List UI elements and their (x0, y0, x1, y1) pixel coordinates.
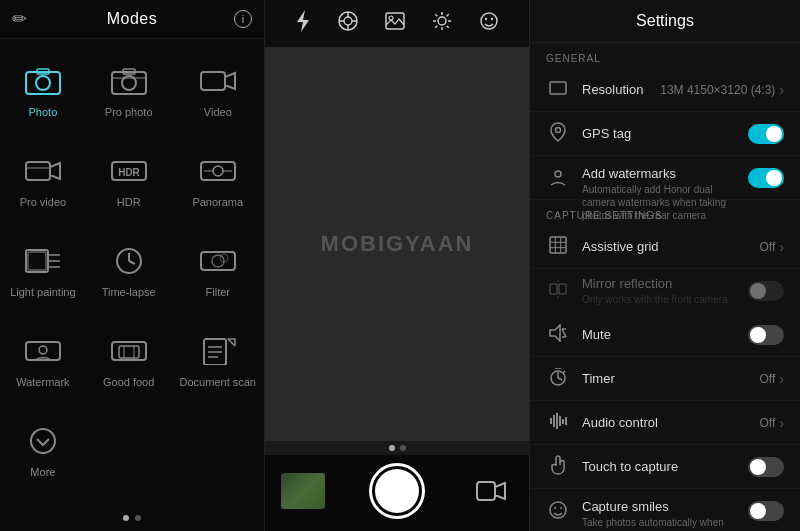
mirror-subtitle: Only works with the front camera (582, 293, 748, 306)
svg-point-64 (556, 127, 561, 132)
mirror-title: Mirror reflection (582, 276, 748, 291)
mode-more[interactable]: More (0, 407, 86, 497)
audio-control-content: Audio control (582, 415, 760, 430)
svg-marker-10 (50, 163, 60, 179)
brightness-icon[interactable] (432, 11, 452, 36)
capture-smiles-item[interactable]: Capture smiles Take photos automatically… (530, 489, 800, 531)
mode-light-painting[interactable]: Light painting (0, 227, 86, 317)
watermarks-toggle[interactable] (748, 168, 784, 188)
modes-grid: Photo Pro photo Video (0, 39, 264, 505)
svg-rect-84 (553, 415, 555, 427)
flash-icon[interactable] (295, 10, 311, 37)
time-lapse-icon (111, 247, 147, 280)
touch-to-capture-title: Touch to capture (582, 459, 748, 474)
gps-tag-item[interactable]: GPS tag (530, 112, 800, 156)
mode-document-scan[interactable]: Document scan (172, 317, 264, 407)
touch-to-capture-item[interactable]: Touch to capture (530, 445, 800, 489)
mode-panorama[interactable]: Panorama (172, 137, 264, 227)
more-label: More (30, 466, 55, 478)
svg-rect-86 (559, 416, 561, 426)
mode-filter[interactable]: Filter (172, 227, 264, 317)
mirror-toggle-knob (750, 283, 766, 299)
svg-point-60 (491, 18, 493, 20)
audio-control-item[interactable]: Audio control Off › (530, 401, 800, 445)
gps-icon (546, 122, 570, 146)
gps-toggle[interactable] (748, 124, 784, 144)
mirror-reflection-item: Mirror reflection Only works with the fr… (530, 269, 800, 313)
shutter-button[interactable] (369, 463, 425, 519)
light-painting-label: Light painting (10, 286, 75, 298)
face-icon[interactable] (479, 11, 499, 36)
resolution-title: Resolution (582, 82, 660, 97)
timer-chevron: › (779, 371, 784, 387)
mode-pro-video[interactable]: Pro video (0, 137, 86, 227)
svg-rect-63 (550, 82, 566, 94)
svg-rect-83 (550, 418, 552, 424)
smiles-subtitle: Take photos automatically when smiles ar… (582, 516, 740, 531)
mute-toggle-knob (750, 327, 766, 343)
mute-icon (546, 324, 570, 346)
watermarks-icon (546, 168, 570, 190)
gps-title: GPS tag (582, 126, 748, 141)
svg-point-59 (485, 18, 487, 20)
svg-line-57 (435, 26, 437, 28)
mode-good-food[interactable]: Good food (86, 317, 172, 407)
svg-point-15 (213, 166, 223, 176)
svg-point-27 (212, 255, 224, 267)
svg-rect-71 (550, 284, 557, 294)
touch-to-capture-knob (750, 459, 766, 475)
camera-pagination (265, 441, 529, 455)
mode-watermark[interactable]: Watermark (0, 317, 86, 407)
aperture-icon[interactable] (338, 11, 358, 36)
pro-video-icon (25, 157, 61, 190)
good-food-label: Good food (103, 376, 154, 388)
svg-line-54 (435, 14, 437, 16)
video-mode-button[interactable] (469, 473, 513, 509)
time-lapse-label: Time-lapse (102, 286, 156, 298)
gps-toggle-knob (766, 126, 782, 142)
assistive-grid-value: Off (760, 240, 776, 254)
capture-smiles-toggle[interactable] (748, 501, 784, 521)
svg-rect-85 (556, 413, 558, 429)
filter-icon (200, 247, 236, 280)
svg-rect-61 (477, 482, 495, 500)
assistive-grid-item[interactable]: Assistive grid Off › (530, 225, 800, 269)
panorama-icon (200, 157, 236, 190)
timer-item[interactable]: Timer Off › (530, 357, 800, 401)
edit-icon[interactable]: ✏ (12, 8, 27, 30)
svg-rect-32 (119, 346, 139, 358)
modes-header: ✏ Modes i (0, 0, 264, 39)
mirror-content: Mirror reflection Only works with the fr… (582, 276, 748, 306)
watermarks-toggle-knob (766, 170, 782, 186)
mode-hdr[interactable]: HDR HDR (86, 137, 172, 227)
svg-marker-8 (225, 73, 235, 89)
watermarks-title: Add watermarks (582, 166, 740, 181)
panorama-label: Panorama (192, 196, 243, 208)
mode-photo[interactable]: Photo (0, 47, 86, 137)
resolution-item[interactable]: Resolution 13M 4150×3120 (4:3) › (530, 68, 800, 112)
cam-dot-2 (400, 445, 406, 451)
svg-rect-87 (562, 419, 564, 424)
mute-toggle[interactable] (748, 325, 784, 345)
svg-rect-18 (26, 250, 48, 272)
watermarks-item[interactable]: Add watermarks Automatically add Honor d… (530, 156, 800, 200)
svg-point-1 (36, 76, 50, 90)
mode-pro-photo[interactable]: Pro photo (86, 47, 172, 137)
svg-point-49 (438, 17, 446, 25)
mode-video[interactable]: Video (172, 47, 264, 137)
capture-smiles-knob (750, 503, 766, 519)
svg-marker-74 (550, 325, 560, 341)
light-painting-icon (25, 247, 61, 280)
svg-point-91 (560, 507, 562, 509)
info-icon[interactable]: i (234, 10, 252, 28)
image-icon[interactable] (385, 12, 405, 35)
svg-marker-62 (495, 483, 505, 499)
camera-thumbnail[interactable] (281, 473, 325, 509)
pro-photo-label: Pro photo (105, 106, 153, 118)
mute-item[interactable]: Mute (530, 313, 800, 357)
touch-to-capture-toggle[interactable] (748, 457, 784, 477)
watermark-label: Watermark (16, 376, 69, 388)
timer-icon (546, 368, 570, 390)
svg-line-25 (129, 261, 135, 264)
mode-time-lapse[interactable]: Time-lapse (86, 227, 172, 317)
